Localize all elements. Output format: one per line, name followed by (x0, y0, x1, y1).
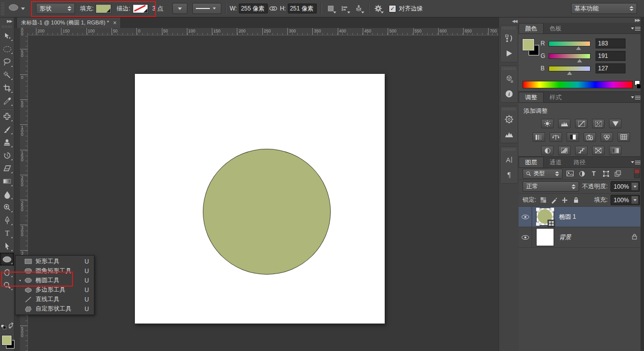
slider-thumb[interactable] (577, 59, 582, 62)
blend-mode-select[interactable]: 正常 (523, 181, 579, 192)
eyedropper-tool[interactable] (0, 94, 14, 107)
gear-icon[interactable] (373, 3, 384, 13)
panel-scrollbar[interactable] (641, 17, 644, 351)
swap-colors-icon[interactable] (8, 322, 14, 331)
foreground-color-swatch[interactable] (523, 39, 534, 50)
menu-item-line-tool[interactable]: 直线工具 U (15, 295, 94, 304)
filter-shape-layers-icon[interactable] (601, 169, 611, 178)
tab-channels[interactable]: 通道 (544, 157, 568, 167)
menu-item-rounded-rectangle-tool[interactable]: 圆角矩形工具 U (15, 266, 94, 276)
ellipse-shape[interactable] (203, 149, 331, 275)
link-dimensions-icon[interactable] (268, 3, 279, 13)
dodge-tool[interactable] (0, 201, 14, 214)
invert-icon[interactable] (541, 146, 554, 155)
filter-type-layers-icon[interactable]: T (589, 169, 599, 178)
path-selection-tool[interactable] (0, 240, 14, 253)
brush-tool[interactable] (0, 123, 14, 136)
layer-thumbnail[interactable] (536, 208, 554, 226)
lock-all-icon[interactable] (572, 196, 580, 204)
photo-filter-icon[interactable] (584, 132, 596, 142)
document-canvas[interactable] (135, 74, 385, 324)
panel-menu-icon[interactable] (631, 95, 641, 99)
dock-collapse-button[interactable]: ◀◀ (499, 17, 519, 24)
healing-brush-tool[interactable] (0, 110, 14, 123)
exposure-icon[interactable] (592, 119, 605, 128)
threshold-icon[interactable] (575, 146, 588, 155)
marquee-tool[interactable] (0, 42, 14, 55)
navigator-panel-icon[interactable] (501, 112, 518, 127)
document-tab[interactable]: 未标题-1 @ 100% (椭圆 1, RGB/8) * × (16, 17, 121, 28)
fill-color-swatch[interactable] (95, 4, 111, 13)
vibrance-icon[interactable] (609, 119, 622, 128)
filter-adjustment-layers-icon[interactable] (577, 169, 587, 178)
fill-input[interactable]: 100% (611, 195, 640, 205)
tool-mode-select[interactable]: 形状 (36, 3, 75, 14)
layer-thumbnail[interactable] (536, 228, 554, 246)
info-panel-icon[interactable]: i (501, 86, 518, 101)
stroke-width-dropdown[interactable] (172, 3, 187, 14)
character-panel-icon[interactable]: A (501, 152, 518, 167)
opacity-input[interactable]: 100% (611, 181, 640, 192)
panel-menu-icon[interactable] (631, 26, 641, 30)
blur-tool[interactable] (0, 188, 14, 201)
brightness-contrast-icon[interactable] (541, 119, 554, 128)
shape-height-input[interactable]: 251 像素 (288, 3, 317, 13)
slider-thumb[interactable] (576, 46, 581, 50)
filter-smart-objects-icon[interactable] (613, 169, 623, 178)
blue-value-input[interactable]: 127 (596, 63, 626, 73)
visibility-eye-icon[interactable] (519, 207, 532, 227)
curves-icon[interactable] (575, 119, 588, 128)
eraser-tool[interactable] (0, 162, 14, 175)
lasso-tool[interactable] (0, 55, 14, 68)
tab-styles[interactable]: 样式 (544, 92, 568, 102)
align-edges-checkbox[interactable]: ✓ (389, 5, 396, 12)
color-spectrum-ramp[interactable] (523, 81, 633, 88)
red-slider[interactable] (549, 41, 591, 46)
options-bar-grip[interactable] (1, 2, 4, 15)
blue-slider[interactable] (549, 66, 591, 71)
tab-layers[interactable]: 图层 (519, 157, 544, 167)
path-alignment-button[interactable] (339, 3, 350, 13)
lock-transparency-icon[interactable] (539, 196, 547, 204)
color-balance-icon[interactable] (550, 132, 562, 142)
dock-group-grip[interactable] (503, 148, 516, 151)
slider-thumb[interactable] (567, 71, 572, 75)
tab-color[interactable]: 颜色 (519, 23, 544, 33)
layer-row-ellipse-1[interactable]: 椭圆 1 (519, 207, 644, 227)
history-panel-icon[interactable] (501, 31, 518, 46)
paragraph-panel-icon[interactable]: ¶ (501, 167, 518, 182)
lock-pixels-icon[interactable] (550, 196, 558, 204)
hue-saturation-icon[interactable] (533, 132, 545, 142)
magic-wand-tool[interactable] (0, 68, 14, 81)
crop-tool[interactable] (0, 81, 14, 94)
filter-pixel-layers-icon[interactable] (565, 169, 575, 178)
layer-row-background[interactable]: 背景 (519, 227, 644, 248)
history-brush-tool[interactable] (0, 149, 14, 162)
hand-tool[interactable] (0, 266, 14, 279)
horizontal-ruler[interactable]: 2001501005005010015020025030035040045050… (27, 28, 499, 35)
tab-swatches[interactable]: 色板 (544, 23, 568, 33)
path-arrange-button[interactable] (353, 3, 364, 13)
lock-position-icon[interactable] (561, 196, 569, 204)
tab-adjustments[interactable]: 调整 (519, 92, 544, 102)
dock-group-grip[interactable] (503, 67, 516, 70)
gradient-map-icon[interactable] (609, 146, 622, 155)
dock-group-grip[interactable] (503, 108, 516, 110)
move-tool[interactable] (0, 29, 14, 42)
gradient-tool[interactable] (0, 175, 14, 188)
panel-dock-header[interactable]: ▶▶ (519, 17, 644, 23)
toolbox-collapse-button[interactable]: ▶▶ (0, 17, 14, 24)
filter-kind-select[interactable]: 类型 (523, 169, 563, 179)
levels-icon[interactable] (558, 119, 571, 128)
color-lookup-icon[interactable] (618, 132, 630, 142)
stroke-type-dropdown[interactable] (192, 3, 221, 14)
dock-group-grip[interactable] (503, 27, 516, 29)
tab-paths[interactable]: 路径 (568, 157, 592, 167)
black-white-icon[interactable] (567, 132, 579, 142)
menu-item-rectangle-tool[interactable]: 矩形工具 U (15, 257, 94, 266)
green-slider[interactable] (549, 53, 591, 59)
selective-color-icon[interactable] (592, 146, 605, 155)
default-colors-icon[interactable] (1, 323, 6, 328)
workspace-select[interactable]: 基本功能 (571, 3, 637, 14)
ellipse-tool[interactable] (0, 253, 14, 266)
